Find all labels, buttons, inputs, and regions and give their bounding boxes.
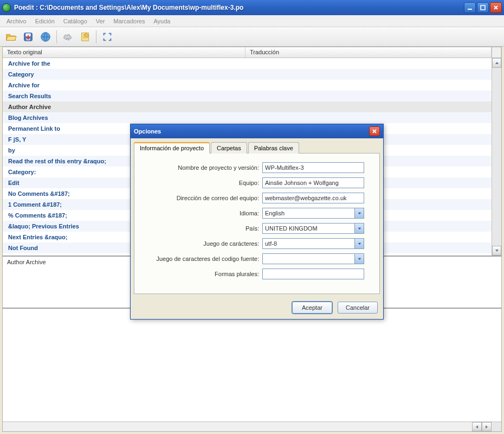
chevron-down-icon[interactable] — [354, 254, 364, 264]
toolbar — [0, 27, 504, 47]
label-source-charset: Juego de caracteres del codigo fuente: — [141, 256, 262, 262]
maximize-button[interactable] — [477, 2, 489, 13]
scroll-corner — [492, 422, 501, 431]
chevron-down-icon[interactable] — [354, 224, 364, 233]
svg-rect-1 — [481, 5, 485, 10]
fullscreen-icon[interactable] — [100, 29, 115, 44]
dialog-close-button[interactable] — [369, 126, 380, 136]
input-team[interactable]: Ainslie Johnson + Wolfgang — [262, 177, 364, 188]
label-charset: Juego de carácteres: — [141, 240, 262, 247]
save-icon[interactable] — [21, 29, 36, 44]
menu-edicion[interactable]: Edición — [31, 17, 59, 25]
globe-icon[interactable] — [38, 29, 53, 44]
open-icon[interactable] — [3, 29, 18, 44]
menu-marcadores[interactable]: Marcadores — [109, 17, 149, 25]
select-charset[interactable]: utf-8 — [262, 238, 364, 249]
table-row[interactable]: Blog Archives — [3, 112, 492, 123]
notes-icon[interactable] — [77, 29, 93, 44]
main-titlebar: Poedit : C:\Documents and Settings\Alex\… — [0, 0, 504, 15]
select-source-charset[interactable] — [262, 253, 364, 264]
cell-original: Archive for — [3, 82, 245, 88]
dialog-titlebar[interactable]: Opciones — [131, 124, 383, 138]
dialog-tabs: Información de proyecto Carpetas Palabra… — [134, 142, 380, 154]
close-button[interactable] — [490, 2, 502, 13]
table-row[interactable]: Search Results — [3, 91, 492, 101]
scroll-down-icon[interactable] — [492, 246, 501, 256]
cell-original: Author Archive — [3, 104, 245, 110]
window-title: Poedit : C:\Documents and Settings\Alex\… — [14, 4, 464, 11]
scroll-left-icon[interactable] — [472, 422, 482, 431]
menu-ver[interactable]: Ver — [92, 17, 109, 25]
menu-archivo[interactable]: Archivo — [2, 17, 31, 25]
column-header-translation[interactable]: Traducción — [245, 47, 492, 58]
tab-panel-project: Nombre de proyecto y versión: WP-Multifl… — [134, 153, 380, 294]
select-language[interactable]: English — [262, 208, 364, 219]
label-project-name: Nombre de proyecto y versión: — [141, 164, 262, 171]
label-country: País: — [141, 225, 262, 232]
options-dialog: Opciones Información de proyecto Carpeta… — [130, 124, 384, 320]
cancel-button[interactable]: Cancelar — [338, 302, 378, 314]
table-row[interactable]: Author Archive — [3, 101, 492, 112]
table-row[interactable]: Category — [3, 69, 492, 80]
column-header-original[interactable]: Texto original — [3, 47, 245, 58]
scroll-right-icon[interactable] — [482, 422, 492, 431]
cell-original: Search Results — [3, 93, 245, 99]
input-team-email[interactable]: webmaster@webgazette.co.uk — [262, 193, 364, 203]
menu-catalogo[interactable]: Catálogo — [59, 17, 92, 25]
menubar: Archivo Edición Catálogo Ver Marcadores … — [0, 15, 504, 27]
horizontal-scrollbar[interactable] — [3, 422, 501, 431]
input-plural-forms[interactable] — [262, 269, 364, 279]
label-plural-forms: Formas plurales: — [141, 271, 262, 277]
dialog-title-text: Opciones — [134, 128, 369, 135]
tab-project-info[interactable]: Información de proyecto — [134, 142, 210, 154]
menu-ayuda[interactable]: Ayuda — [149, 17, 175, 25]
toolbar-separator — [56, 30, 57, 43]
translation-text-pane[interactable] — [3, 308, 501, 422]
label-team-email: Dirección de correo del equipo: — [141, 195, 262, 201]
minimize-button[interactable] — [464, 2, 476, 13]
cloud-icon[interactable] — [60, 29, 75, 44]
tab-keywords[interactable]: Palabras clave — [248, 142, 299, 154]
table-row[interactable]: Archive for the — [3, 58, 492, 69]
chevron-down-icon[interactable] — [354, 239, 364, 248]
scroll-track[interactable] — [492, 68, 501, 246]
cell-original: Blog Archives — [3, 114, 245, 121]
chevron-down-icon[interactable] — [354, 208, 364, 218]
original-text-value: Author Archive — [7, 259, 46, 265]
cell-original: Archive for the — [3, 60, 245, 67]
grid-header: Texto original Traducción — [3, 47, 501, 58]
table-row[interactable]: Archive for — [3, 80, 492, 91]
cell-original: Category — [3, 71, 245, 78]
toolbar-separator — [96, 30, 96, 43]
vertical-scrollbar[interactable] — [492, 58, 501, 256]
select-country[interactable]: UNITED KINGDOM — [262, 223, 364, 234]
accept-button[interactable]: Aceptar — [292, 302, 332, 314]
input-project-name[interactable]: WP-Multiflex-3 — [262, 162, 364, 173]
label-team: Equipo: — [141, 180, 262, 186]
scroll-up-icon[interactable] — [492, 58, 501, 68]
tab-folders[interactable]: Carpetas — [211, 142, 247, 154]
label-language: Idioma: — [141, 210, 262, 216]
svg-rect-0 — [468, 9, 472, 10]
app-icon — [2, 3, 11, 12]
scrollbar-header — [492, 47, 501, 58]
